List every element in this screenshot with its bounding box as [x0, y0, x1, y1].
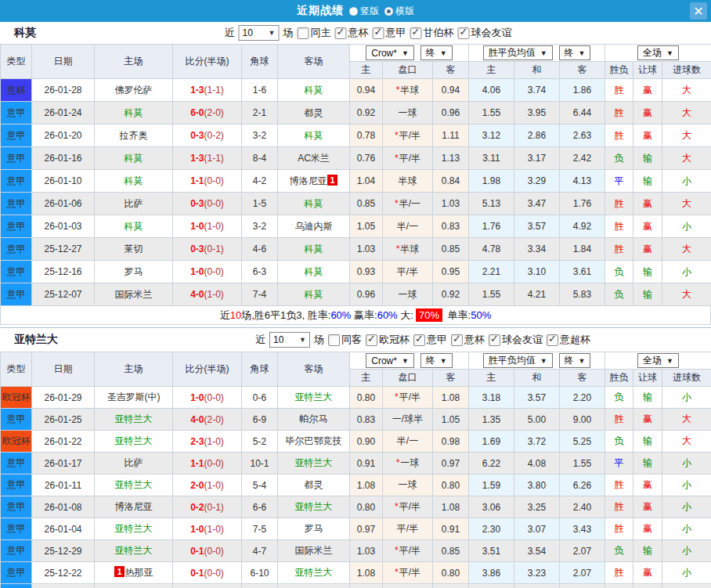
- league-filter-label: 意杯: [348, 26, 369, 40]
- handicap-line: 一球: [383, 283, 433, 306]
- handicap-text: 半/一: [397, 435, 418, 446]
- avg-draw-odds: 3.57: [514, 215, 560, 238]
- league-filter-checkbox[interactable]: 意超杯: [547, 333, 590, 347]
- league-filter-checkbox[interactable]: 甘伯杯: [410, 26, 454, 40]
- avg-home-odds: 2.21: [469, 261, 514, 283]
- odds-group-header: Crow*▼终▼: [350, 45, 469, 62]
- same-venue-checkbox[interactable]: 同客: [328, 333, 362, 347]
- match-count-select[interactable]: 10▼: [239, 25, 280, 41]
- avg-home-odds: 3.06: [469, 496, 514, 518]
- checkbox-checked-icon: [547, 334, 558, 346]
- col-header-score: 比分(半场): [173, 352, 242, 387]
- bookmaker-dropdown[interactable]: Crow*▼: [366, 45, 414, 60]
- team-label: 莱切: [125, 243, 143, 254]
- subheader-avg-draw: 和: [514, 370, 560, 387]
- handicap-line: 半/一: [383, 431, 433, 453]
- subheader-goals: 进球数: [662, 370, 711, 387]
- away-team: 卡利亚里: [278, 584, 350, 588]
- avg-draw-odds: 4.21: [514, 283, 560, 306]
- scope-dropdown[interactable]: 全场▼: [637, 45, 679, 60]
- avg-away-odds: 2.40: [560, 496, 605, 518]
- league-badge: 意杯: [1, 79, 32, 102]
- odds-time-dropdown[interactable]: 终▼: [420, 353, 453, 368]
- handicap-text: 一球: [399, 107, 417, 118]
- match-date: 26-01-22: [32, 431, 95, 453]
- star-marker: *: [396, 457, 400, 468]
- handicap-away-odds: 0.91: [433, 518, 469, 540]
- home-team: 亚特兰大: [95, 431, 173, 453]
- team-label: 比萨: [125, 198, 143, 209]
- radio-horizontal[interactable]: 横版: [384, 5, 414, 18]
- avg-home-odds: 6.22: [469, 453, 514, 474]
- handicap-home-odds: 0.97: [350, 518, 383, 540]
- subheader-odds-handicap: 盘口: [383, 370, 433, 387]
- avg-home-odds: 1.98: [469, 170, 514, 193]
- handicap-away-odds: 0.83: [433, 215, 469, 238]
- league-badge: 意甲: [1, 124, 32, 147]
- red-card-badge: 1: [114, 566, 124, 577]
- radio-vertical[interactable]: 竖版: [349, 5, 379, 18]
- avg-draw-odds: 3.29: [514, 170, 560, 193]
- avg-home-odds: 1.55: [469, 283, 514, 306]
- league-filter-checkbox[interactable]: 球会友谊: [458, 26, 512, 40]
- home-team: 圣吉罗斯(中): [95, 387, 173, 409]
- match-count-select[interactable]: 10▼: [269, 332, 310, 348]
- odds-time-dropdown[interactable]: 终▼: [420, 45, 453, 60]
- col-header-date: 日期: [32, 45, 95, 79]
- titlebar: 近期战绩 竖版 横版 ✕: [0, 0, 711, 22]
- league-filter-checkbox[interactable]: 意甲: [373, 26, 406, 40]
- fulltime-score: 1-3: [190, 153, 204, 164]
- result-winloss: 胜: [605, 518, 633, 540]
- league-filter-label: 甘伯杯: [424, 26, 454, 40]
- handicap-away-odds: 1.03: [433, 193, 469, 215]
- handicap-text: 平/半: [399, 501, 420, 512]
- match-date: 26-01-06: [32, 193, 95, 215]
- scope-dropdown[interactable]: 全场▼: [637, 353, 679, 368]
- avg-draw-odds: 3.95: [514, 102, 560, 124]
- avg-home-odds: 1.35: [469, 409, 514, 431]
- corner-score: 10-1: [242, 453, 278, 474]
- same-venue-checkbox[interactable]: 同主: [298, 26, 331, 40]
- avg-away-odds: 1.55: [560, 453, 605, 474]
- handicap-line: 半/一: [383, 215, 433, 238]
- sections-container: 科莫近10▼场同主意杯意甲甘伯杯球会友谊类型日期主场比分(半场)角球客场Crow…: [0, 22, 711, 588]
- result-goals: 大: [662, 102, 711, 124]
- handicap-home-odds: 1.04: [350, 584, 383, 588]
- close-button[interactable]: ✕: [690, 2, 707, 20]
- bookmaker-dropdown[interactable]: Crow*▼: [366, 353, 414, 368]
- near-label: 近: [255, 333, 265, 347]
- result-handicap: 赢: [633, 409, 662, 431]
- avg-draw-odds: 5.14: [514, 584, 560, 588]
- avg-time-dropdown[interactable]: 终▼: [559, 353, 591, 368]
- match-score: 1-0(1-0): [173, 215, 242, 238]
- handicap-text: 半/一: [399, 198, 420, 209]
- avg-draw-odds: 3.72: [514, 431, 560, 453]
- team-label: 乌迪内斯: [295, 221, 333, 232]
- league-filter-checkbox[interactable]: 意甲: [413, 333, 447, 347]
- league-filter-checkbox[interactable]: 意杯: [451, 333, 485, 347]
- avg-draw-odds: 2.86: [514, 124, 560, 147]
- avg-draw-odds: 3.34: [514, 238, 560, 261]
- avg-away-odds: 4.92: [560, 215, 605, 238]
- corner-score: 4-2: [242, 170, 278, 193]
- match-date: 25-12-27: [32, 238, 95, 261]
- team-label: 亚特兰大: [295, 457, 333, 468]
- league-badge: 意甲: [1, 562, 32, 584]
- team-label: 亚特兰大: [295, 391, 333, 402]
- home-team: 国际米兰: [95, 283, 173, 306]
- result-winloss: 负: [605, 261, 633, 283]
- col-header-home: 主场: [95, 352, 173, 387]
- col-header-away: 客场: [278, 45, 350, 79]
- league-filter-checkbox[interactable]: 欧冠杯: [366, 333, 410, 347]
- league-filter-checkbox[interactable]: 意杯: [335, 26, 369, 40]
- handicap-line: *一球: [383, 453, 433, 474]
- avg-time-dropdown[interactable]: 终▼: [559, 45, 591, 60]
- team-label: 科莫: [125, 175, 143, 186]
- fulltime-score: 0-3: [190, 198, 204, 209]
- avg-dropdown[interactable]: 胜平负均值▼: [483, 45, 553, 60]
- avg-dropdown[interactable]: 胜平负均值▼: [483, 353, 553, 368]
- chevron-down-icon: ▼: [440, 357, 447, 365]
- league-filter-checkbox[interactable]: 球会友谊: [489, 333, 543, 347]
- table-row: 意甲26-01-25亚特兰大4-0(2-0)6-9帕尔马0.83一/球半1.05…: [1, 409, 711, 431]
- handicap-text: 一球: [399, 289, 417, 300]
